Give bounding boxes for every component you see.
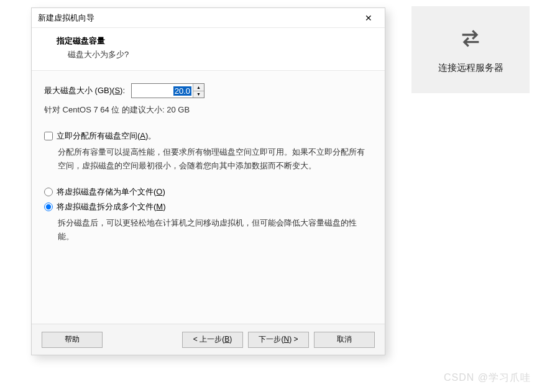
wizard-content: 最大磁盘大小 (GB)(S): 20.0 ▲ ▼ 针对 CentOS 7 64 … bbox=[32, 71, 385, 324]
store-single-label[interactable]: 将虚拟磁盘存储为单个文件(O) bbox=[57, 186, 165, 198]
disk-size-value: 20.0 bbox=[173, 86, 191, 96]
store-single-radio[interactable] bbox=[44, 188, 53, 196]
dialog-title: 新建虚拟机向导 bbox=[38, 12, 94, 24]
swap-arrows-icon bbox=[458, 25, 483, 52]
disk-size-input[interactable]: 20.0 bbox=[132, 84, 193, 98]
store-single-row: 将虚拟磁盘存储为单个文件(O) bbox=[44, 186, 372, 198]
store-split-label[interactable]: 将虚拟磁盘拆分成多个文件(M) bbox=[57, 201, 166, 212]
store-split-description: 拆分磁盘后，可以更轻松地在计算机之间移动虚拟机，但可能会降低大容量磁盘的性能。 bbox=[58, 216, 372, 244]
recommended-size-text: 针对 CentOS 7 64 位 的建议大小: 20 GB bbox=[44, 104, 372, 116]
back-button[interactable]: < 上一步(B) bbox=[182, 332, 243, 348]
spinner-down-button[interactable]: ▼ bbox=[193, 91, 204, 98]
connect-remote-server-label: 连接远程服务器 bbox=[438, 62, 503, 74]
allocate-now-row: 立即分配所有磁盘空间(A)。 bbox=[44, 130, 372, 142]
page-title: 指定磁盘容量 bbox=[57, 35, 370, 47]
disk-size-label: 最大磁盘大小 (GB)(S): bbox=[44, 85, 125, 96]
wizard-header: 指定磁盘容量 磁盘大小为多少? bbox=[32, 28, 385, 71]
watermark: CSDN @学习爪哇 bbox=[444, 371, 531, 385]
spinner-buttons: ▲ ▼ bbox=[193, 84, 204, 98]
help-button[interactable]: 帮助 bbox=[42, 332, 103, 348]
new-vm-wizard-dialog: 新建虚拟机向导 ✕ 指定磁盘容量 磁盘大小为多少? 最大磁盘大小 (GB)(S)… bbox=[31, 7, 385, 355]
wizard-footer: 帮助 < 上一步(B) 下一步(N) > 取消 bbox=[32, 324, 385, 355]
cancel-button[interactable]: 取消 bbox=[314, 332, 375, 348]
disk-size-row: 最大磁盘大小 (GB)(S): 20.0 ▲ ▼ bbox=[44, 83, 372, 98]
connect-remote-server-tile[interactable]: 连接远程服务器 bbox=[411, 6, 530, 93]
store-split-row: 将虚拟磁盘拆分成多个文件(M) bbox=[44, 201, 372, 212]
disk-size-spinner[interactable]: 20.0 ▲ ▼ bbox=[131, 83, 204, 98]
close-icon: ✕ bbox=[365, 13, 372, 23]
allocate-now-label[interactable]: 立即分配所有磁盘空间(A)。 bbox=[57, 130, 156, 142]
disk-file-radio-group: 将虚拟磁盘存储为单个文件(O) 将虚拟磁盘拆分成多个文件(M) 拆分磁盘后，可以… bbox=[44, 186, 372, 244]
spinner-up-button[interactable]: ▲ bbox=[193, 84, 204, 91]
close-button[interactable]: ✕ bbox=[356, 9, 381, 27]
titlebar: 新建虚拟机向导 ✕ bbox=[32, 8, 385, 28]
store-split-radio[interactable] bbox=[44, 203, 53, 211]
next-button[interactable]: 下一步(N) > bbox=[248, 332, 309, 348]
page-subtitle: 磁盘大小为多少? bbox=[68, 49, 370, 60]
allocate-now-description: 分配所有容量可以提高性能，但要求所有物理磁盘空间立即可用。如果不立即分配所有空间… bbox=[58, 145, 372, 173]
allocate-now-checkbox[interactable] bbox=[44, 132, 53, 140]
